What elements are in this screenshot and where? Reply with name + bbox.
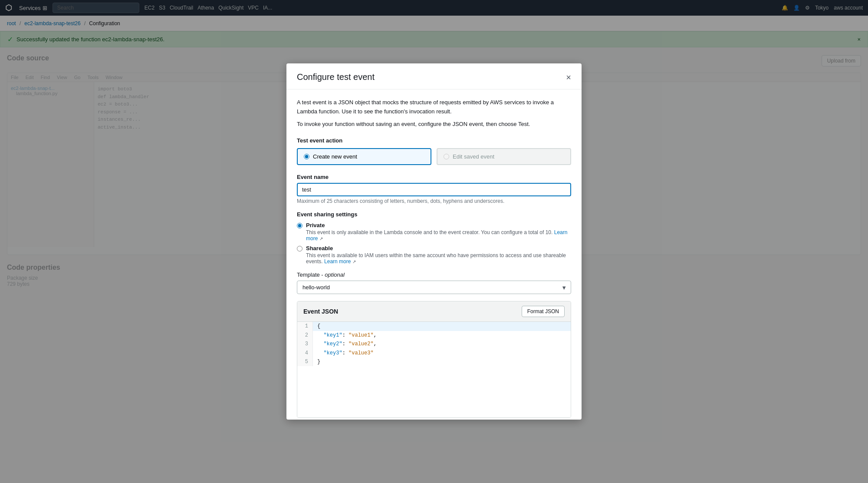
edit-saved-event-option[interactable]: Edit saved event [437, 148, 571, 165]
private-label: Private [306, 222, 571, 228]
json-val-1: "value1" [349, 332, 374, 338]
modal-close-button[interactable]: × [566, 73, 571, 82]
modal-title: Configure test event [297, 72, 375, 82]
private-radio[interactable] [297, 223, 302, 228]
line-num-1: 1 [297, 322, 313, 331]
line-content-3: "key2": "value2", [313, 340, 381, 348]
event-json-section: Event JSON Format JSON 1 { 2 "key1": "va… [297, 301, 571, 418]
line-content-5: } [313, 357, 325, 366]
json-line-1: 1 { [297, 322, 571, 331]
json-key-1: "key1" [323, 332, 342, 338]
event-name-label: Event name [297, 174, 571, 180]
template-label: Template - optional [297, 271, 571, 278]
template-section: Template - optional hello-world apigatew… [297, 271, 571, 294]
shareable-label: Shareable [306, 245, 571, 251]
json-val-2: "value2" [349, 341, 374, 347]
shareable-radio[interactable] [297, 246, 302, 251]
sharing-settings-label: Event sharing settings [297, 211, 571, 218]
json-line-5: 5 } [297, 357, 571, 366]
modal-header: Configure test event × [286, 63, 582, 89]
edit-saved-event-label: Edit saved event [453, 153, 494, 160]
create-new-event-option[interactable]: Create new event [297, 148, 431, 165]
private-desc: This event is only available in the Lamb… [306, 229, 571, 242]
json-line-3: 3 "key2": "value2", [297, 340, 571, 348]
edit-saved-event-radio[interactable] [444, 154, 449, 159]
configure-test-event-modal: Configure test event × A test event is a… [286, 63, 582, 420]
shareable-option: Shareable This event is available to IAM… [297, 245, 571, 265]
template-select-wrapper: hello-world apigateway-aws-proxy dynamod… [297, 281, 571, 294]
private-option: Private This event is only available in … [297, 222, 571, 242]
json-header: Event JSON Format JSON [297, 301, 571, 322]
create-new-event-radio[interactable] [304, 154, 309, 159]
shareable-desc: This event is available to IAM users wit… [306, 252, 571, 265]
json-key-2: "key2" [323, 341, 342, 347]
external-link-icon-2: ↗ [352, 259, 356, 264]
json-line-4: 4 "key3": "value3" [297, 349, 571, 357]
event-name-input[interactable] [297, 183, 571, 196]
modal-body: A test event is a JSON object that mocks… [286, 89, 582, 420]
line-num-2: 2 [297, 331, 313, 340]
modal-description-1: A test event is a JSON object that mocks… [297, 98, 571, 116]
line-content-1: { [313, 322, 325, 331]
line-content-2: "key1": "value1", [313, 331, 381, 340]
modal-description-2: To invoke your function without saving a… [297, 120, 571, 129]
create-new-event-label: Create new event [313, 153, 357, 160]
json-line-2: 2 "key1": "value1", [297, 331, 571, 340]
shareable-learn-more-link[interactable]: Learn more [324, 258, 351, 265]
line-content-4: "key3": "value3" [313, 349, 378, 357]
test-event-action-label: Test event action [297, 137, 571, 144]
line-num-4: 4 [297, 349, 313, 357]
event-name-hint: Maximum of 25 characters consisting of l… [297, 198, 571, 204]
sharing-settings-section: Private This event is only available in … [297, 222, 571, 265]
template-select[interactable]: hello-world apigateway-aws-proxy dynamod… [297, 281, 571, 294]
private-details: Private This event is only available in … [306, 222, 571, 242]
shareable-details: Shareable This event is available to IAM… [306, 245, 571, 265]
format-json-button[interactable]: Format JSON [522, 306, 565, 317]
line-num-3: 3 [297, 340, 313, 348]
json-editor[interactable]: 1 { 2 "key1": "value1", 3 "key2": "value… [297, 322, 571, 417]
test-event-action-group: Create new event Edit saved event [297, 148, 571, 165]
json-section-title: Event JSON [303, 308, 338, 315]
json-key-3: "key3" [323, 350, 342, 356]
external-link-icon-1: ↗ [319, 236, 323, 241]
json-val-3: "value3" [349, 350, 374, 356]
modal-backdrop: Configure test event × A test event is a… [0, 0, 868, 483]
line-num-5: 5 [297, 357, 313, 366]
